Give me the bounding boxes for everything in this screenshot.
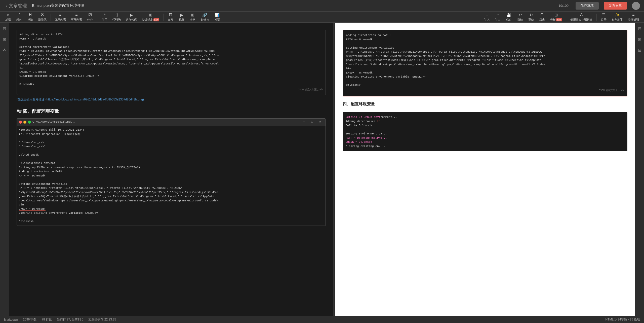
csdn-tag-1: CSDN @温其如王_zxh <box>19 88 323 92</box>
preview-panel: Adding directories to PATH: PATH += D:\e… <box>335 23 635 316</box>
top-bar: ‹ 文章管理 Emscripten安装并配置环境变量 19/100 保存草稿 发… <box>0 0 644 12</box>
toolbar-sep-1 <box>51 14 51 21</box>
article-title: Emscripten安装并配置环境变量 <box>32 3 555 8</box>
toolbar-undo[interactable]: ↩撤销 <box>515 12 525 23</box>
preview-panel-wrap: Adding directories to PATH: PATH += D:\e… <box>335 23 644 316</box>
toolbar-vote[interactable]: 📊投票 <box>212 12 222 23</box>
win-maximize[interactable]: □ <box>309 120 315 124</box>
toolbar-ai[interactable]: ✨创作助手 <box>610 12 625 23</box>
preview-terminal-2: Setting up EMSDK environment... Adding d… <box>343 112 628 151</box>
win-minimize[interactable]: ─ <box>301 120 307 124</box>
right-bottom-icon[interactable]: ⊟ <box>637 47 642 54</box>
status-mode: Markdown <box>4 318 18 321</box>
side-split-icon[interactable]: ⊞ <box>2 36 7 43</box>
preview-csdn-tag: CSDN @温其如王_zxh <box>346 88 624 93</box>
terminal-content-1: Adding directories to PATH: PATH += D:\e… <box>19 32 323 87</box>
toolbar-grammar[interactable]: ≡语法说明 <box>626 12 641 22</box>
side-layout-icon[interactable]: ⊟ <box>2 25 7 32</box>
toolbar-sep-5 <box>596 14 597 21</box>
toolbar-table[interactable]: ⊞表格 <box>188 12 198 23</box>
toolbar-rich-text[interactable]: A使用富文本编辑器 <box>568 12 594 22</box>
toolbar-sep-3 <box>163 14 164 21</box>
cmd-window: C:\WINDOWS\system32\cmd... ─ □ ✕ Microso… <box>17 118 326 226</box>
status-right-info: HTML 1434字数 - 35 论坛 <box>605 317 640 322</box>
toolbar-run-code[interactable]: ▶运行代码 <box>124 12 139 23</box>
cmd-min[interactable] <box>23 121 26 124</box>
side-preview-icon[interactable]: 👁 <box>2 47 8 53</box>
preview-content: Adding directories to PATH: PATH += D:\e… <box>343 30 628 153</box>
editor-content: Adding directories to PATH: PATH += D:\e… <box>17 30 326 226</box>
img-placeholder: [在这里插入图片描述](https://img-blog.csdnimg.cn/… <box>17 97 326 102</box>
toolbar-export[interactable]: ↑导出 <box>493 12 503 22</box>
toolbar-code[interactable]: {}代码块 <box>110 12 123 22</box>
toolbar-resource[interactable]: ⊞资源规定new <box>140 12 161 23</box>
toolbar-ordered[interactable]: ≡有序列表 <box>69 12 84 22</box>
preview-section4-content: Setting up EMSDK environment... Adding d… <box>343 110 628 153</box>
cmd-titlebar: C:\WINDOWS\system32\cmd... ─ □ ✕ <box>17 119 326 126</box>
toolbar-save[interactable]: 💾保存 <box>504 12 514 23</box>
toolbar-redo[interactable]: ↻重做 <box>526 12 536 23</box>
status-cursor: 当前行 77, 当前列 0 <box>57 317 83 322</box>
toolbar-toc[interactable]: ☰目录 <box>599 12 609 23</box>
preview-terminal-1: Adding directories to PATH: PATH += D:\e… <box>343 30 628 96</box>
toolbar-sep-2 <box>97 14 97 21</box>
toolbar-task[interactable]: ☑停办 <box>85 12 95 23</box>
right-scroll-up[interactable]: ⊟ <box>637 25 642 32</box>
right-scroll-icon[interactable]: ⊞ <box>637 36 642 43</box>
avatar[interactable] <box>632 2 640 10</box>
section4-heading-editor: ## 四、配置环境变量 <box>17 107 326 115</box>
terminal-block-1: Adding directories to PATH: PATH += D:\e… <box>17 30 326 95</box>
toolbar-italic[interactable]: I斜体 <box>14 12 24 22</box>
preview-terminal-2-content: Setting up EMSDK environment... Adding d… <box>346 115 625 148</box>
status-save-time: 文章已保存 22:23:35 <box>88 317 116 322</box>
toolbar-history[interactable]: ⏱历史 <box>537 12 547 22</box>
toolbar-video[interactable]: ▶视频 <box>177 12 187 23</box>
status-line-count: 78 行数 <box>42 317 52 322</box>
article-count: 19/100 <box>558 4 569 8</box>
status-bar: Markdown 2596 字数 78 行数 当前行 77, 当前列 0 文章已… <box>0 316 644 323</box>
toolbar-strikethrough[interactable]: S删除线 <box>36 12 49 22</box>
cmd-body: Microsoft Windows [版本 10.0.22621.2134] (… <box>17 126 326 226</box>
editor-panel[interactable]: Adding directories to PATH: PATH += D:\e… <box>9 23 334 316</box>
status-word-count: 2596 字数 <box>23 317 36 322</box>
toolbar-sep-4 <box>566 14 566 21</box>
left-side-panel: ⊟ ⊞ 👁 <box>0 23 9 316</box>
publish-button[interactable]: 发布文章 <box>604 2 627 10</box>
toolbar: B加粗 I斜体 H标题 S删除线 ≡无序列表 ≡有序列表 ☑停办 ❝引用 {}代… <box>0 12 644 23</box>
toolbar-quote[interactable]: ❝引用 <box>99 12 109 23</box>
toolbar-heading[interactable]: H标题 <box>25 12 35 22</box>
preview-section4-heading: 四、配置环境变量 <box>343 100 628 108</box>
cmd-max[interactable] <box>28 121 31 124</box>
toolbar-image[interactable]: 🖼图片 <box>166 12 176 22</box>
toolbar-import[interactable]: ↓导入 <box>482 12 492 22</box>
back-button[interactable]: ‹ 文章管理 <box>4 2 29 10</box>
cmd-title-text: C:\WINDOWS\system32\cmd... <box>32 120 299 125</box>
right-side-panel: ⊟ ⊞ ⊟ <box>635 23 644 316</box>
toolbar-bold[interactable]: B加粗 <box>3 12 13 22</box>
preview-terminal-1-content: Adding directories to PATH: PATH += D:\e… <box>346 33 624 87</box>
save-draft-button[interactable]: 保存草稿 <box>576 2 599 10</box>
toolbar-template[interactable]: ⊞模板new <box>548 12 564 23</box>
win-close[interactable]: ✕ <box>317 120 324 124</box>
cmd-close[interactable] <box>19 121 22 124</box>
toolbar-unordered[interactable]: ≡无序列表 <box>53 12 68 22</box>
main-layout: ⊟ ⊞ 👁 Adding directories to PATH: PATH +… <box>0 23 644 316</box>
toolbar-link[interactable]: 🔗超链接 <box>199 12 211 23</box>
